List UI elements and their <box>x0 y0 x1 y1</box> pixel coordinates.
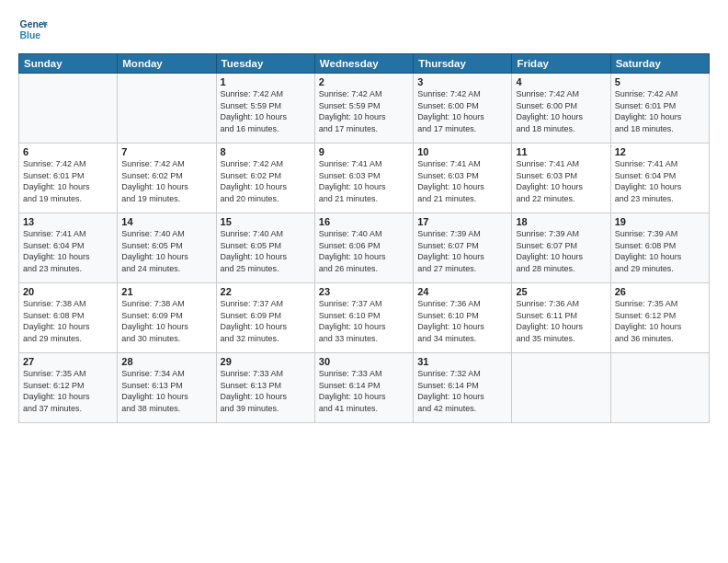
calendar-cell: 26Sunrise: 7:35 AM Sunset: 6:12 PM Dayli… <box>610 283 709 353</box>
day-number: 24 <box>417 286 507 297</box>
calendar-cell: 18Sunrise: 7:39 AM Sunset: 6:07 PM Dayli… <box>512 213 610 283</box>
day-number: 7 <box>121 146 211 157</box>
day-number: 22 <box>221 286 311 297</box>
day-detail: Sunrise: 7:42 AM Sunset: 6:01 PM Dayligh… <box>23 158 113 204</box>
day-detail: Sunrise: 7:42 AM Sunset: 6:02 PM Dayligh… <box>121 158 211 204</box>
logo: General Blue <box>18 15 51 44</box>
day-detail: Sunrise: 7:38 AM Sunset: 6:09 PM Dayligh… <box>121 298 211 344</box>
day-number: 5 <box>615 76 705 87</box>
day-detail: Sunrise: 7:36 AM Sunset: 6:10 PM Dayligh… <box>417 298 507 344</box>
weekday-saturday: Saturday <box>610 54 709 74</box>
page: General Blue SundayMondayTuesdayWednesda… <box>0 0 728 563</box>
week-row-1: 1Sunrise: 7:42 AM Sunset: 5:59 PM Daylig… <box>19 74 710 144</box>
calendar-cell: 9Sunrise: 7:41 AM Sunset: 6:03 PM Daylig… <box>314 144 413 213</box>
calendar-cell: 23Sunrise: 7:37 AM Sunset: 6:10 PM Dayli… <box>314 283 413 353</box>
calendar-cell: 4Sunrise: 7:42 AM Sunset: 6:00 PM Daylig… <box>512 74 610 144</box>
day-number: 19 <box>615 216 705 227</box>
day-number: 18 <box>516 216 606 227</box>
week-row-2: 6Sunrise: 7:42 AM Sunset: 6:01 PM Daylig… <box>19 144 710 213</box>
day-number: 28 <box>121 356 211 367</box>
calendar-cell <box>512 353 610 423</box>
day-number: 26 <box>615 286 705 297</box>
calendar-cell: 7Sunrise: 7:42 AM Sunset: 6:02 PM Daylig… <box>118 144 216 213</box>
day-detail: Sunrise: 7:35 AM Sunset: 6:12 PM Dayligh… <box>615 298 705 344</box>
day-detail: Sunrise: 7:41 AM Sunset: 6:04 PM Dayligh… <box>615 158 705 204</box>
calendar-cell: 16Sunrise: 7:40 AM Sunset: 6:06 PM Dayli… <box>314 213 413 283</box>
calendar-cell <box>610 353 709 423</box>
day-detail: Sunrise: 7:42 AM Sunset: 6:00 PM Dayligh… <box>417 88 507 134</box>
calendar-cell <box>118 74 216 144</box>
day-number: 17 <box>417 216 507 227</box>
calendar-cell: 10Sunrise: 7:41 AM Sunset: 6:03 PM Dayli… <box>414 144 512 213</box>
day-detail: Sunrise: 7:40 AM Sunset: 6:05 PM Dayligh… <box>221 228 311 274</box>
day-detail: Sunrise: 7:39 AM Sunset: 6:07 PM Dayligh… <box>516 228 606 274</box>
day-number: 10 <box>417 146 507 157</box>
calendar-cell: 6Sunrise: 7:42 AM Sunset: 6:01 PM Daylig… <box>19 144 118 213</box>
day-number: 3 <box>417 76 507 87</box>
day-detail: Sunrise: 7:37 AM Sunset: 6:09 PM Dayligh… <box>221 298 311 344</box>
day-detail: Sunrise: 7:41 AM Sunset: 6:03 PM Dayligh… <box>417 158 507 204</box>
weekday-monday: Monday <box>118 54 216 74</box>
calendar-cell: 24Sunrise: 7:36 AM Sunset: 6:10 PM Dayli… <box>414 283 512 353</box>
week-row-4: 20Sunrise: 7:38 AM Sunset: 6:08 PM Dayli… <box>19 283 710 353</box>
day-number: 12 <box>615 146 705 157</box>
day-detail: Sunrise: 7:40 AM Sunset: 6:06 PM Dayligh… <box>319 228 409 274</box>
calendar-cell: 5Sunrise: 7:42 AM Sunset: 6:01 PM Daylig… <box>610 74 709 144</box>
day-detail: Sunrise: 7:39 AM Sunset: 6:07 PM Dayligh… <box>417 228 507 274</box>
day-detail: Sunrise: 7:34 AM Sunset: 6:13 PM Dayligh… <box>121 368 211 414</box>
day-detail: Sunrise: 7:37 AM Sunset: 6:10 PM Dayligh… <box>319 298 409 344</box>
calendar-cell: 13Sunrise: 7:41 AM Sunset: 6:04 PM Dayli… <box>19 213 118 283</box>
day-detail: Sunrise: 7:38 AM Sunset: 6:08 PM Dayligh… <box>23 298 113 344</box>
day-number: 27 <box>23 356 113 367</box>
header: General Blue <box>18 15 710 44</box>
calendar-cell: 20Sunrise: 7:38 AM Sunset: 6:08 PM Dayli… <box>19 283 118 353</box>
day-number: 31 <box>417 356 507 367</box>
day-number: 15 <box>221 216 311 227</box>
calendar-table: SundayMondayTuesdayWednesdayThursdayFrid… <box>18 53 710 423</box>
weekday-sunday: Sunday <box>19 54 118 74</box>
calendar-cell: 12Sunrise: 7:41 AM Sunset: 6:04 PM Dayli… <box>610 144 709 213</box>
weekday-wednesday: Wednesday <box>314 54 413 74</box>
day-detail: Sunrise: 7:41 AM Sunset: 6:04 PM Dayligh… <box>23 228 113 274</box>
day-number: 11 <box>516 146 606 157</box>
day-number: 25 <box>516 286 606 297</box>
calendar-cell: 11Sunrise: 7:41 AM Sunset: 6:03 PM Dayli… <box>512 144 610 213</box>
day-detail: Sunrise: 7:42 AM Sunset: 6:02 PM Dayligh… <box>221 158 311 204</box>
calendar-cell: 14Sunrise: 7:40 AM Sunset: 6:05 PM Dayli… <box>118 213 216 283</box>
day-number: 4 <box>516 76 606 87</box>
weekday-thursday: Thursday <box>414 54 512 74</box>
calendar-cell: 22Sunrise: 7:37 AM Sunset: 6:09 PM Dayli… <box>216 283 314 353</box>
day-detail: Sunrise: 7:36 AM Sunset: 6:11 PM Dayligh… <box>516 298 606 344</box>
day-detail: Sunrise: 7:42 AM Sunset: 5:59 PM Dayligh… <box>319 88 409 134</box>
weekday-header-row: SundayMondayTuesdayWednesdayThursdayFrid… <box>19 54 710 74</box>
calendar-cell: 17Sunrise: 7:39 AM Sunset: 6:07 PM Dayli… <box>414 213 512 283</box>
week-row-5: 27Sunrise: 7:35 AM Sunset: 6:12 PM Dayli… <box>19 353 710 423</box>
calendar-cell: 27Sunrise: 7:35 AM Sunset: 6:12 PM Dayli… <box>19 353 118 423</box>
calendar-cell: 1Sunrise: 7:42 AM Sunset: 5:59 PM Daylig… <box>216 74 314 144</box>
day-detail: Sunrise: 7:39 AM Sunset: 6:08 PM Dayligh… <box>615 228 705 274</box>
calendar-cell: 19Sunrise: 7:39 AM Sunset: 6:08 PM Dayli… <box>610 213 709 283</box>
calendar-cell: 28Sunrise: 7:34 AM Sunset: 6:13 PM Dayli… <box>118 353 216 423</box>
calendar-cell: 30Sunrise: 7:33 AM Sunset: 6:14 PM Dayli… <box>314 353 413 423</box>
day-detail: Sunrise: 7:41 AM Sunset: 6:03 PM Dayligh… <box>516 158 606 204</box>
day-number: 29 <box>221 356 311 367</box>
day-detail: Sunrise: 7:35 AM Sunset: 6:12 PM Dayligh… <box>23 368 113 414</box>
day-detail: Sunrise: 7:33 AM Sunset: 6:14 PM Dayligh… <box>319 368 409 414</box>
weekday-tuesday: Tuesday <box>216 54 314 74</box>
day-number: 9 <box>319 146 409 157</box>
day-number: 6 <box>23 146 113 157</box>
day-detail: Sunrise: 7:32 AM Sunset: 6:14 PM Dayligh… <box>417 368 507 414</box>
calendar-cell: 29Sunrise: 7:33 AM Sunset: 6:13 PM Dayli… <box>216 353 314 423</box>
day-number: 23 <box>319 286 409 297</box>
calendar-cell: 31Sunrise: 7:32 AM Sunset: 6:14 PM Dayli… <box>414 353 512 423</box>
calendar-cell: 21Sunrise: 7:38 AM Sunset: 6:09 PM Dayli… <box>118 283 216 353</box>
day-detail: Sunrise: 7:33 AM Sunset: 6:13 PM Dayligh… <box>221 368 311 414</box>
calendar-cell: 15Sunrise: 7:40 AM Sunset: 6:05 PM Dayli… <box>216 213 314 283</box>
day-number: 16 <box>319 216 409 227</box>
calendar-cell <box>19 74 118 144</box>
day-number: 30 <box>319 356 409 367</box>
day-number: 21 <box>121 286 211 297</box>
day-detail: Sunrise: 7:42 AM Sunset: 6:01 PM Dayligh… <box>615 88 705 134</box>
logo-icon: General Blue <box>18 15 48 44</box>
day-detail: Sunrise: 7:41 AM Sunset: 6:03 PM Dayligh… <box>319 158 409 204</box>
